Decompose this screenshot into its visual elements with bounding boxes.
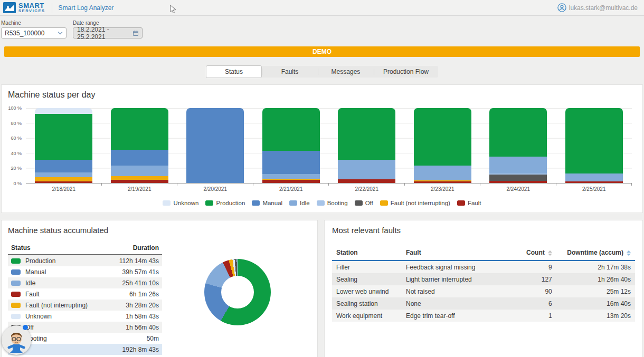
status-name: Idle [25,279,35,287]
notification-dot [23,325,28,330]
accumulated-row-fault_ni: Fault (not interrupting)3h 28m 20s [8,300,162,311]
x-tick-label: 2/22/2021 [329,186,405,192]
fault-row[interactable]: FillerFeedback signal missing92h 17m 38s [332,260,635,273]
smart-services-logo-icon [3,2,16,13]
demo-banner: DEMO [4,46,640,57]
stacked-bar-2/19/2021[interactable] [111,108,168,183]
legend-item-fault[interactable]: Fault [457,200,481,206]
segment-fault_ni [35,177,92,182]
legend-label: Idle [300,200,310,206]
stacked-bar-2/18/2021[interactable] [35,108,92,183]
fault-downtime: 25m 12s [556,285,635,297]
segment-fault_ni [111,176,168,180]
x-tick-label: 2/20/2021 [177,186,253,192]
stacked-bar-2/22/2021[interactable] [338,108,395,183]
legend-item-idle[interactable]: Idle [289,200,310,206]
tab-status[interactable]: Status [206,65,262,78]
sort-icon-count[interactable] [548,250,552,256]
stacked-bar-2/24/2021[interactable] [489,108,547,183]
fault-fault: None [402,297,514,310]
legend-item-fault_ni[interactable]: Fault (not interrupting) [380,200,450,206]
segment-idle [565,173,623,182]
segment-idle [338,160,395,179]
chevron-down-icon [58,31,63,35]
top-bar: SMART SERVICES Smart Log Analyzer lukas.… [0,0,644,16]
tab-faults[interactable]: Faults [262,66,318,78]
faults-col-station[interactable]: Station [332,246,402,260]
segment-idle [414,166,471,180]
status-duration: 6h 1m 26s [107,288,162,300]
segment-manual [35,160,92,172]
status-swatch-fault [11,292,21,297]
faults-col-count[interactable]: Count [514,246,556,260]
x-axis-labels: 2/18/20212/19/20212/20/20212/21/20212/22… [26,186,632,192]
x-tick-label: 2/23/2021 [405,186,481,192]
stacked-bar-2/21/2021[interactable] [262,108,320,183]
y-tick-label: 60 % [11,136,22,141]
segment-production [565,108,623,173]
fault-station: Filler [332,260,402,273]
x-tick-label: 2/21/2021 [253,186,329,192]
segment-fault [35,181,92,183]
segment-production [414,108,471,166]
fault-row[interactable]: Sealing stationNone616m 40s [332,297,635,310]
tab-production-flow[interactable]: Production Flow [374,66,438,78]
demo-banner-text: DEMO [312,48,332,55]
accumulated-row-fault: Fault6h 1m 26s [8,288,162,300]
most-relevant-faults-card: Most relevant faults Station Fault Count… [324,220,643,357]
accumulated-row-idle: Idle25h 41m 10s [8,277,162,288]
acc-col-duration: Duration [107,242,162,255]
faults-table: Station Fault Count Downtime (accum) Fil… [332,246,635,322]
machine-select[interactable]: R535_100000 [1,27,67,38]
legend-swatch-fault_ni [380,200,388,206]
user-menu[interactable]: lukas.stark@multivac.de [557,3,638,12]
fault-row[interactable]: SealingLight barrier interrupted1271h 26… [332,273,635,285]
status-name: Manual [25,268,46,276]
stacked-bar-2/23/2021[interactable] [414,108,471,183]
status-swatch-idle [11,281,21,286]
tab-messages[interactable]: Messages [318,66,374,78]
legend-item-off[interactable]: Off [355,200,373,206]
legend-item-production[interactable]: Production [205,200,245,206]
segment-manual [186,108,244,183]
fault-row[interactable]: Work equipmentEdge trim tear-off113m 20s [332,310,635,322]
stacked-bar-chart: 100 %80 %60 %40 %20 %0 % 2/18/20212/19/2… [9,108,634,192]
segment-idle [111,166,168,177]
legend-item-booting[interactable]: Booting [317,200,348,206]
brand-logo: SMART SERVICES [3,2,45,13]
faults-col-downtime[interactable]: Downtime (accum) [556,246,635,260]
fault-count: 127 [514,273,556,285]
plot-area [26,108,632,184]
y-axis: 100 %80 %60 %40 %20 %0 % [9,108,25,184]
bar-slot [102,108,178,183]
fault-downtime: 1h 26m 40s [556,273,635,285]
machine-label: Machine [1,20,67,26]
fault-count: 90 [514,285,556,297]
legend-item-manual[interactable]: Manual [252,200,282,206]
assistant-widget[interactable] [2,325,31,355]
faults-col-fault[interactable]: Fault [402,246,514,260]
fault-station: Sealing station [332,297,402,310]
brand-line2: SERVICES [18,9,45,13]
machine-status-accumulated-card: Machine status accumulated Status Durati… [1,220,318,357]
fault-fault: Light barrier interrupted [402,273,514,285]
date-range-input[interactable]: 18.2.2021 - 25.2.2021 [73,27,143,38]
stacked-bar-2/20/2021[interactable] [186,108,244,183]
bar-slot [329,108,405,183]
sort-icon-downtime[interactable] [627,250,631,256]
legend-swatch-idle [289,200,297,206]
status-duration: 50m [107,333,162,344]
segment-idle [35,172,92,177]
x-tick-label: 2/24/2021 [480,186,556,192]
date-range-label: Date range [73,20,143,26]
stacked-bar-2/25/2021[interactable] [565,108,623,183]
mouse-cursor [170,5,177,14]
bar-slot [177,108,253,183]
chart-legend: UnknownProductionManualIdleBootingOffFau… [8,200,636,206]
fault-row[interactable]: Lower web unwindNot raised9025m 12s [332,285,635,297]
segment-unknown [35,108,92,114]
segment-production [489,108,547,157]
legend-item-unknown[interactable]: Unknown [163,200,198,206]
filter-bar: Machine R535_100000 Date range 18.2.2021… [0,16,644,38]
segment-fault [262,180,320,183]
